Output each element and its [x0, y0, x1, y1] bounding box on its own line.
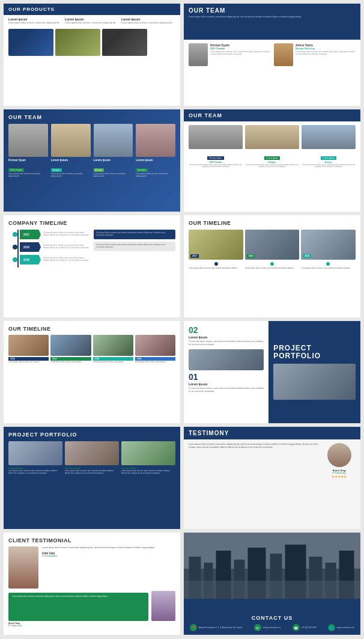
- products-columns: Lorem Ipsum Lorem ipsum dolor sit amet, …: [4, 15, 180, 27]
- portfolio1-title: PROJECT PORTFOLIO: [273, 344, 356, 360]
- products-col1-heading: Lorem Ipsum: [8, 17, 62, 21]
- portfolio1-body-1: Ut enim ad minim veniam, quis nostrud ex…: [189, 340, 264, 346]
- portfolio2-item-3: Lorem Ipsum Lorem ipsum dolor sit amet, …: [121, 441, 175, 475]
- products-images-row: [4, 27, 180, 58]
- portfolio2-items: Lorem Ipsum Lorem ipsum dolor sit amet, …: [8, 441, 175, 475]
- portfolio1-body-2: Ut enim ad minim veniam, quis nostrud ex…: [189, 387, 264, 393]
- team2-text-4: Lorem ipsum dolor sit amet, consectetur …: [136, 173, 175, 178]
- client-title: CLIENT TESTIMONIAL: [8, 537, 175, 543]
- slide-company-timeline: COMPANY TIMELINE 2017 Ut enim ad minim v…: [4, 215, 180, 317]
- team2-member-1: Kirman Syam CEO / Founder Lorem ipsum do…: [8, 124, 48, 178]
- member1-text: Lorem ipsum dolor sit amet, quis nostrud…: [210, 51, 270, 56]
- timeline3-photo-1: [8, 335, 49, 356]
- products-col1-text: Lorem ipsum dolor sit amet, consectetur …: [8, 22, 62, 25]
- location-icon: 📍: [190, 624, 197, 631]
- team2-members-row: Kirman Syam CEO / Founder Lorem ipsum do…: [8, 124, 175, 178]
- timeline2-title: OUR TIMELINE: [189, 220, 356, 226]
- member2-info: Amira Tanra Manager Marketing Lorem ipsu…: [296, 43, 356, 56]
- portfolio2-item-1: Lorem Ipsum Lorem ipsum dolor sit amet, …: [8, 441, 62, 475]
- email-icon: ✉: [254, 624, 261, 631]
- team2-photo-4: [136, 124, 175, 157]
- timeline-desc-2018: Ut enim ad minim veniam, quis nostrud ex…: [43, 257, 90, 262]
- timeline2-dot-2: [270, 262, 274, 266]
- portfolio1-text-block-2: 01 Lorem Ipsum Ut enim ad minim veniam, …: [189, 373, 264, 393]
- timeline2-photo-2: 2018: [245, 230, 300, 260]
- contact-city-background: [184, 533, 360, 599]
- products-col3-text: Lorem ipsum dolor sit amet, consectetur …: [121, 22, 175, 25]
- team2-name-1: Kirman Syam: [8, 159, 48, 162]
- svg-rect-12: [184, 581, 360, 599]
- team3-text-2: Ut enim ad minim veniam, quis nostrud ex…: [245, 164, 299, 168]
- member2-role: Manager Marketing: [296, 47, 356, 50]
- timeline2-dot-3: [326, 262, 330, 266]
- timeline2-desc-2: Lorem ipsum dolor sit amet, quis nostrud…: [245, 268, 300, 270]
- timeline2-badge-1: 2017: [190, 254, 199, 258]
- timeline-dot-1: [13, 232, 17, 237]
- timeline1-title: COMPANY TIMELINE: [8, 220, 175, 226]
- products-col-1: Lorem Ipsum Lorem ipsum dolor sit amet, …: [8, 17, 62, 25]
- products-header-bar: OUR PRODUCTS: [4, 4, 180, 15]
- slide-project-portfolio-1: 02 Lorem Ipsum Ut enim ad minim veniam, …: [184, 321, 360, 423]
- products-col2-text: Lorem ipsum dolor sit amet, consectetur …: [65, 22, 119, 25]
- timeline-dot-2: [13, 245, 17, 249]
- phone-icon: ☎: [293, 624, 300, 631]
- client-content: Lorem ipsum dolor sit amet, consectetur …: [8, 546, 175, 589]
- timeline3-desc-1: Lorem ipsum dolor sit amet, quis nostrud…: [8, 361, 49, 364]
- client-bottom: Lorem ipsum dolor sit amet consectetur a…: [8, 591, 175, 621]
- slide-our-timeline-1: OUR TIMELINE 2017 2018 2019 Lorem ipsum …: [184, 215, 360, 317]
- portfolio2-item-2: Lorem Ipsum Lorem ipsum dolor sit amet, …: [65, 441, 119, 475]
- timeline-text-2016: Ut enim ad minim veniam, quis nostrud ex…: [43, 245, 90, 249]
- portfolio1-left: 02 Lorem Ipsum Ut enim ad minim veniam, …: [184, 321, 268, 401]
- portfolio1-right-img: [273, 364, 356, 400]
- testimony-body: Lorem ipsum dolor sit amet, consectetur …: [189, 443, 319, 478]
- portfolio1-img-left: [189, 349, 264, 370]
- team3-member-3: Lorem Ipsum Manager Ut enim ad minim ven…: [302, 125, 356, 168]
- team2-name-2: Lorem Ipsum: [51, 159, 91, 162]
- team3-title: OUR TEAM: [189, 112, 222, 118]
- contact-email-text: info@yourdomain.com: [263, 626, 281, 629]
- timeline2-dots: [189, 262, 356, 266]
- portfolio2-title: PROJECT PORTFOLIO: [8, 432, 175, 438]
- portfolio1-text-block-1: 02 Lorem Ipsum Ut enim ad minim veniam, …: [189, 326, 264, 346]
- timeline2-badge-3: 2019: [303, 254, 311, 258]
- team1-header: OUR TEAM Lorem ipsum dolor sit amet, con…: [184, 4, 360, 40]
- testimony-title: TESTIMONY: [189, 430, 356, 436]
- client-quote-2: Lorem ipsum dolor sit amet consectetur a…: [12, 595, 145, 598]
- team3-member-2: Lorem Ipsum Designer Ut enim ad minim ve…: [245, 125, 299, 168]
- portfolio1-heading-2: Lorem Ipsum: [189, 382, 264, 386]
- timeline2-dot-1: [214, 262, 218, 266]
- team3-text-1: Ut enim ad minim veniam, quis nostrud ex…: [189, 164, 243, 168]
- timeline-item-2017: 2017 Ut enim ad minim veniam, quis nostr…: [14, 230, 90, 239]
- timeline-item-2016: 2016 Ut enim ad minim veniam, quis nostr…: [14, 242, 90, 252]
- timeline-desc-2017: Ut enim ad minim veniam, quis nostrud ex…: [43, 232, 90, 237]
- products-col-3: Lorem Ipsum Lorem ipsum dolor sit amet, …: [121, 17, 175, 25]
- client-text2-block: Lorem ipsum dolor sit amet consectetur a…: [8, 593, 148, 621]
- contact-website-text: www.yourdomain.com: [337, 626, 354, 629]
- member2-photo: [274, 43, 293, 66]
- portfolio-num-01: 01: [189, 373, 264, 381]
- timeline-desc-2016: Ut enim ad minim veniam, quis nostrud ex…: [43, 245, 90, 249]
- portfolio1-right: PROJECT PORTFOLIO: [268, 321, 360, 423]
- team1-member-2: Amira Tanra Manager Marketing Lorem ipsu…: [274, 43, 356, 66]
- timeline2-photo-3: 2019: [301, 230, 356, 260]
- team2-name-3: Lorem Ipsum: [94, 159, 133, 162]
- team2-role-4: Developer: [136, 168, 148, 172]
- portfolio-num-02: 02: [189, 326, 264, 334]
- team2-member-2: Lorem Ipsum Designer Lorem ipsum dolor s…: [51, 124, 91, 178]
- team2-photo-3: [94, 124, 133, 157]
- slide-our-timeline-2: OUR TIMELINE 2016 Lorem ipsum dolor sit …: [4, 321, 180, 423]
- testimony-body-text: Lorem ipsum dolor sit amet, consectetur …: [189, 443, 319, 450]
- slide-our-team-1: OUR TEAM Lorem ipsum dolor sit amet, con…: [184, 4, 360, 106]
- slide-client-testimonial: CLIENT TESTIMONIAL Lorem ipsum dolor sit…: [4, 533, 180, 635]
- team3-nametag-1: Kirman Syam: [207, 156, 223, 160]
- team2-member-4: Lorem Ipsum Developer Lorem ipsum dolor …: [136, 124, 175, 178]
- member1-photo: [189, 43, 208, 66]
- portfolio2-text-3: Lorem ipsum dolor sit amet, quis nostrud…: [121, 470, 175, 475]
- team3-photo-3: [302, 125, 356, 149]
- timeline3-item-1: 2016 Lorem ipsum dolor sit amet, quis no…: [8, 335, 49, 364]
- team3-header: OUR TEAM: [184, 109, 360, 121]
- timeline-right-block-2: Ut enim ad minim veniam, quis nostrud ex…: [94, 242, 175, 251]
- timeline2-badge-2: 2018: [247, 254, 255, 258]
- team3-photo-1: [189, 125, 243, 149]
- team1-title: OUR TEAM: [189, 7, 356, 14]
